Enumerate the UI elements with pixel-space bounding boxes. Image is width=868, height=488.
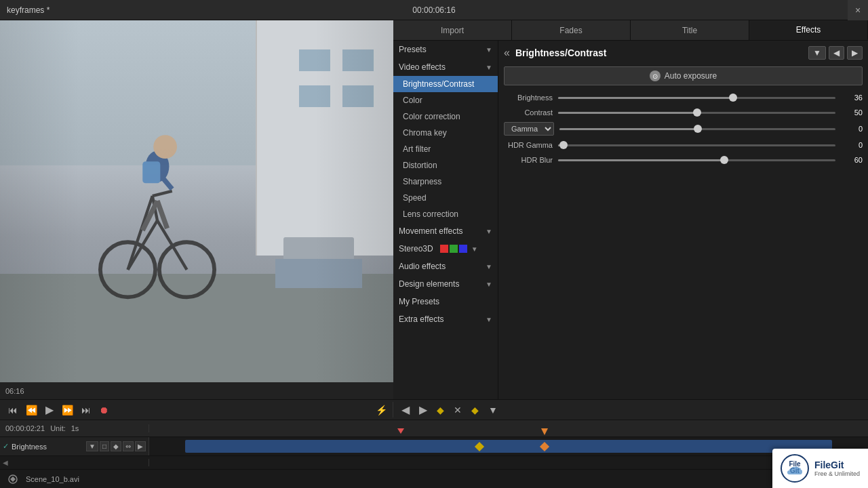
- timeline-bottom-right: 04:08 ⊳: [149, 458, 868, 468]
- skip-back-button[interactable]: ⏮: [5, 403, 20, 417]
- presets-header[interactable]: Presets ▼: [393, 41, 498, 58]
- sidebar-item-chroma-key[interactable]: Chroma key: [393, 125, 498, 141]
- audio-effects-label: Audio effects: [399, 262, 446, 271]
- scene-bar: Scene_10_b.avi: [0, 469, 868, 488]
- hdr-gamma-slider-thumb[interactable]: [559, 141, 568, 149]
- hdr-blur-value: 60: [835, 156, 863, 164]
- track-option2-button[interactable]: ◆: [111, 441, 121, 451]
- close-button[interactable]: ×: [848, 0, 868, 20]
- detail-controls: ▼ ◀ ▶: [808, 46, 863, 60]
- keyframe-option-button[interactable]: ◆: [469, 403, 481, 417]
- svg-line-6: [153, 190, 172, 195]
- next-keyframe-button[interactable]: ▶: [416, 402, 430, 418]
- gamma-dropdown[interactable]: Gamma: [504, 122, 554, 136]
- presets-label: Presets: [399, 45, 427, 54]
- sidebar-item-speed[interactable]: Speed: [393, 190, 498, 206]
- skip-end-button[interactable]: ⏭: [79, 403, 94, 417]
- effects-sidebar: Presets ▼ Video effects ▼ Brightness/Con…: [393, 41, 498, 399]
- bottom-area: ⏮ ⏪ ▶ ⏩ ⏭ ⏺ ⚡ ◀ ▶ ◆ ✕ ◆ ▼ 00:00:02:21 Un…: [0, 399, 868, 488]
- remove-keyframe-button[interactable]: ✕: [451, 403, 465, 417]
- filegit-logo-icon: File Git: [781, 454, 809, 483]
- contrast-row: Contrast 50: [504, 107, 863, 118]
- track-bar: [185, 440, 832, 453]
- timeline-scroll-left-button[interactable]: ◀: [3, 459, 8, 466]
- hdr-blur-slider-container: [558, 155, 835, 165]
- gamma-row: Gamma 0: [504, 122, 863, 136]
- hdr-blur-label: HDR Blur: [504, 156, 558, 164]
- presets-arrow: ▼: [486, 46, 492, 54]
- step-forward-button[interactable]: ⏩: [59, 403, 76, 417]
- effect-title: Brightness/Contrast: [515, 47, 607, 58]
- design-elements-label: Design elements: [399, 279, 459, 289]
- track-content: [149, 437, 868, 455]
- sidebar-item-art-filter[interactable]: Art filter: [393, 141, 498, 157]
- video-effects-label: Video effects: [399, 62, 446, 72]
- keyframe-diamond-2[interactable]: [540, 441, 549, 451]
- prev-keyframe-button[interactable]: ◀: [399, 402, 412, 418]
- stereo3d-arrow: ▼: [471, 245, 478, 253]
- track-option4-button[interactable]: ▶: [135, 441, 146, 451]
- tab-effects[interactable]: Effects: [749, 20, 868, 40]
- timeline-unit-value: 1s: [71, 424, 79, 432]
- extra-effects-header[interactable]: Extra effects ▼: [393, 310, 498, 328]
- track-dropdown-button[interactable]: ▼: [86, 441, 98, 451]
- gamma-slider-container: [559, 123, 835, 134]
- sidebar-item-distortion[interactable]: Distortion: [393, 157, 498, 174]
- back-button[interactable]: «: [504, 47, 510, 59]
- brightness-slider-track: [558, 97, 835, 99]
- movement-effects-label: Movement effects: [399, 226, 463, 236]
- prev-preset-button[interactable]: ◀: [829, 46, 844, 60]
- brightness-slider-thumb[interactable]: [729, 94, 737, 102]
- hdr-blur-slider-thumb[interactable]: [720, 156, 728, 164]
- timeline-bottom-left: ◀: [0, 459, 149, 466]
- hdr-blur-row: HDR Blur 60: [504, 155, 863, 165]
- tab-fades[interactable]: Fades: [512, 20, 631, 40]
- sidebar-item-color[interactable]: Color: [393, 92, 498, 108]
- design-elements-arrow: ▼: [486, 281, 492, 288]
- right-content: Presets ▼ Video effects ▼ Brightness/Con…: [393, 41, 868, 399]
- step-back-button[interactable]: ⏪: [23, 403, 40, 417]
- movement-effects-header[interactable]: Movement effects ▼: [393, 222, 498, 240]
- track-option1-button[interactable]: □: [100, 441, 109, 451]
- tab-import[interactable]: Import: [393, 20, 512, 40]
- keyframe-down-button[interactable]: ▼: [486, 403, 500, 417]
- auto-exposure-button[interactable]: ⊙ Auto exposure: [504, 66, 863, 85]
- svg-point-8: [153, 135, 177, 159]
- dropdown-button[interactable]: ▼: [808, 46, 826, 60]
- filegit-tagline: Free & Unlimited: [814, 470, 860, 477]
- next-preset-button[interactable]: ▶: [847, 46, 863, 60]
- my-presets-header[interactable]: My Presets: [393, 293, 498, 310]
- sidebar-item-lens-correction[interactable]: Lens correction: [393, 206, 498, 222]
- timeline-cursor-head: [397, 428, 404, 434]
- brightness-slider-fill: [558, 97, 733, 99]
- design-elements-header[interactable]: Design elements ▼: [393, 275, 498, 293]
- track-controls: ▼ □ ◆ ⇔ ▶: [86, 441, 146, 451]
- play-button[interactable]: ▶: [43, 402, 56, 418]
- gamma-slider-thumb[interactable]: [694, 125, 702, 133]
- contrast-label: Contrast: [504, 108, 558, 117]
- video-effects-header[interactable]: Video effects ▼: [393, 58, 498, 76]
- svg-rect-12: [142, 161, 160, 183]
- sidebar-item-brightness-contrast[interactable]: Brightness/Contrast: [393, 76, 498, 92]
- track-option3-button[interactable]: ⇔: [123, 441, 134, 451]
- record-button[interactable]: ⏺: [96, 403, 111, 417]
- contrast-slider-thumb[interactable]: [693, 108, 701, 117]
- keyframe-diamond[interactable]: [475, 441, 484, 451]
- video-effects-arrow: ▼: [486, 64, 492, 71]
- stereo3d-label: Stereo3D: [399, 244, 433, 253]
- stereo-blue: [459, 245, 467, 253]
- filegit-name: FileGit: [814, 460, 860, 470]
- sidebar-item-color-correction[interactable]: Color correction: [393, 108, 498, 125]
- stereo-red: [440, 245, 448, 253]
- track-name-label: Brightness: [12, 443, 47, 451]
- sidebar-item-sharpness[interactable]: Sharpness: [393, 174, 498, 190]
- add-keyframe-button[interactable]: ◆: [434, 403, 447, 417]
- brightness-row: Brightness 36: [504, 92, 863, 103]
- hdr-blur-slider-track: [558, 159, 835, 161]
- tab-title[interactable]: Title: [631, 20, 749, 40]
- audio-effects-header[interactable]: Audio effects ▼: [393, 258, 498, 275]
- brightness-slider-container: [558, 92, 835, 103]
- hdr-gamma-label: HDR Gamma: [504, 141, 558, 149]
- timeline-header: 00:00:02:21 Unit: 1s: [0, 420, 868, 436]
- stereo3d-header[interactable]: Stereo3D ▼: [393, 240, 498, 258]
